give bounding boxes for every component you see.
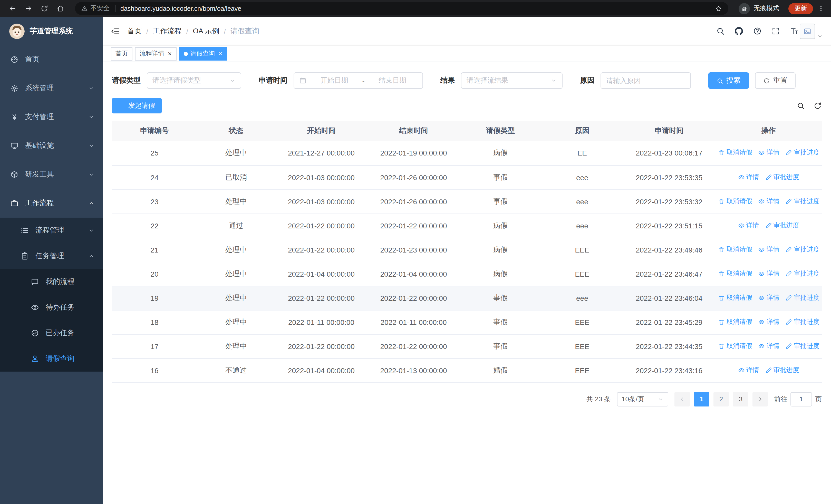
table-header-row: 申请编号状态开始时间结束时间请假类型原因申请时间操作 xyxy=(112,121,822,141)
cancel-action[interactable]: 取消请假 xyxy=(718,269,752,278)
detail-action[interactable]: 详情 xyxy=(758,269,779,278)
progress-action[interactable]: 审批进度 xyxy=(765,221,799,230)
table-refresh-button[interactable] xyxy=(813,101,822,110)
cancel-action[interactable]: 取消请假 xyxy=(718,149,752,157)
sidebar-item-task-mgmt[interactable]: 任务管理 xyxy=(0,243,103,269)
browser-update-button[interactable]: 更新 xyxy=(789,3,813,14)
breadcrumb-item[interactable]: 工作流程 xyxy=(153,26,182,36)
github-icon[interactable] xyxy=(735,27,743,35)
tab-leave-query[interactable]: 请假查询× xyxy=(179,47,227,60)
browser-menu-icon[interactable] xyxy=(817,5,825,12)
create-leave-label: 发起请假 xyxy=(128,101,155,110)
sidebar-toggle-button[interactable] xyxy=(111,26,120,36)
detail-action[interactable]: 详情 xyxy=(758,342,779,350)
sidebar-item-leave-query[interactable]: 请假查询 xyxy=(0,346,103,372)
reason-input[interactable] xyxy=(606,77,685,84)
detail-action[interactable]: 详情 xyxy=(758,197,779,206)
breadcrumb-item[interactable]: 首页 xyxy=(127,26,142,36)
progress-action-label: 审批进度 xyxy=(794,293,820,302)
sidebar-item-payment[interactable]: 支付管理 xyxy=(0,102,103,131)
browser-forward-button[interactable] xyxy=(22,2,34,14)
page-number-3[interactable]: 3 xyxy=(733,392,748,406)
tab-close-icon[interactable]: × xyxy=(168,50,172,57)
page-number-1[interactable]: 1 xyxy=(694,392,709,406)
fullscreen-icon[interactable] xyxy=(771,27,780,35)
prev-page-button[interactable] xyxy=(675,392,690,406)
security-status[interactable]: 不安全 xyxy=(81,4,110,13)
create-leave-button[interactable]: 发起请假 xyxy=(112,98,162,113)
sidebar-item-workflow[interactable]: 工作流程 xyxy=(0,189,103,217)
cancel-action[interactable]: 取消请假 xyxy=(718,342,752,350)
search-icon[interactable] xyxy=(716,27,725,35)
progress-action[interactable]: 审批进度 xyxy=(785,149,820,157)
progress-action[interactable]: 审批进度 xyxy=(785,269,820,278)
detail-action[interactable]: 详情 xyxy=(738,366,759,375)
cell-apply_time: 2022-01-22 23:43:16 xyxy=(623,358,715,382)
progress-action[interactable]: 审批进度 xyxy=(785,245,820,254)
detail-action[interactable]: 详情 xyxy=(738,221,759,230)
detail-action[interactable]: 详情 xyxy=(758,149,779,157)
navbar-icons xyxy=(716,27,799,35)
progress-action[interactable]: 审批进度 xyxy=(765,366,799,375)
font-size-icon[interactable] xyxy=(790,27,799,35)
sidebar-item-done-task[interactable]: 已办任务 xyxy=(0,320,103,346)
browser-home-button[interactable] xyxy=(54,2,66,14)
progress-action[interactable]: 审批进度 xyxy=(785,318,820,326)
breadcrumb-item[interactable]: OA 示例 xyxy=(193,26,220,36)
tab-close-icon[interactable]: × xyxy=(219,50,222,57)
detail-action[interactable]: 详情 xyxy=(758,318,779,326)
sidebar-item-home[interactable]: 首页 xyxy=(0,45,103,74)
browser-reload-button[interactable] xyxy=(38,2,50,14)
address-bar[interactable]: 不安全 dashboard.yudao.iocoder.cn/bpm/oa/le… xyxy=(75,2,728,15)
goto-page-input[interactable] xyxy=(791,392,812,406)
apply-time-range-picker[interactable]: 开始日期 - 结束日期 xyxy=(294,72,423,89)
progress-action[interactable]: 审批进度 xyxy=(785,342,820,350)
cell-status: 已取消 xyxy=(197,165,275,189)
reset-button[interactable]: 重置 xyxy=(755,72,796,89)
leave-type-select[interactable]: 请选择请假类型 xyxy=(147,72,241,89)
calendar-icon xyxy=(299,77,307,84)
tab-home[interactable]: 首页 xyxy=(111,47,133,60)
detail-action[interactable]: 详情 xyxy=(758,293,779,302)
cell-actions: 详情审批进度 xyxy=(715,358,822,382)
result-select[interactable]: 请选择流结果 xyxy=(461,72,563,89)
question-icon[interactable] xyxy=(753,27,762,35)
filter-leave-type: 请假类型 请选择请假类型 xyxy=(112,72,241,89)
cell-actions: 取消请假详情审批进度 xyxy=(715,141,822,165)
user-avatar-menu[interactable] xyxy=(800,23,823,39)
tab-process-detail[interactable]: 流程详情× xyxy=(135,47,176,60)
sidebar-item-system[interactable]: 系统管理 xyxy=(0,74,103,102)
cell-reason: EEE xyxy=(541,358,623,382)
cell-apply_time: 2022-01-22 23:45:29 xyxy=(623,310,715,334)
page-size-select[interactable]: 10条/页 xyxy=(617,392,668,406)
progress-action[interactable]: 审批进度 xyxy=(785,293,820,302)
progress-action[interactable]: 审批进度 xyxy=(785,197,820,206)
refresh-icon xyxy=(763,77,770,84)
search-button[interactable]: 搜索 xyxy=(708,72,749,89)
cancel-action[interactable]: 取消请假 xyxy=(718,293,752,302)
table-search-button[interactable] xyxy=(797,101,805,110)
cell-actions: 取消请假详情审批进度 xyxy=(715,286,822,310)
page-number-2[interactable]: 2 xyxy=(713,392,729,406)
browser-back-button[interactable] xyxy=(6,2,19,14)
app-logo[interactable]: 芋道管理系统 xyxy=(0,17,103,45)
sidebar-item-todo-task[interactable]: 待办任务 xyxy=(0,295,103,320)
sidebar-item-process-mgmt[interactable]: 流程管理 xyxy=(0,217,103,243)
cancel-action[interactable]: 取消请假 xyxy=(718,197,752,206)
cell-end: 2022-01-04 00:00:00 xyxy=(368,262,460,286)
cancel-action[interactable]: 取消请假 xyxy=(718,245,752,254)
next-page-button[interactable] xyxy=(752,392,768,406)
sidebar-item-infra[interactable]: 基础设施 xyxy=(0,131,103,160)
bookmark-star-icon[interactable] xyxy=(715,5,722,12)
cell-start: 2021-12-27 00:00:00 xyxy=(275,141,368,165)
sidebar-item-label: 待办任务 xyxy=(46,303,75,312)
sidebar-item-my-process[interactable]: 我的流程 xyxy=(0,269,103,295)
sidebar-item-devtools[interactable]: 研发工具 xyxy=(0,160,103,189)
progress-action[interactable]: 审批进度 xyxy=(765,173,799,181)
detail-action-label: 详情 xyxy=(767,197,779,206)
detail-action[interactable]: 详情 xyxy=(758,245,779,254)
column-header: 请假类型 xyxy=(460,121,541,141)
detail-action[interactable]: 详情 xyxy=(738,173,759,181)
cancel-action[interactable]: 取消请假 xyxy=(718,318,752,326)
breadcrumb-separator: / xyxy=(146,27,148,35)
